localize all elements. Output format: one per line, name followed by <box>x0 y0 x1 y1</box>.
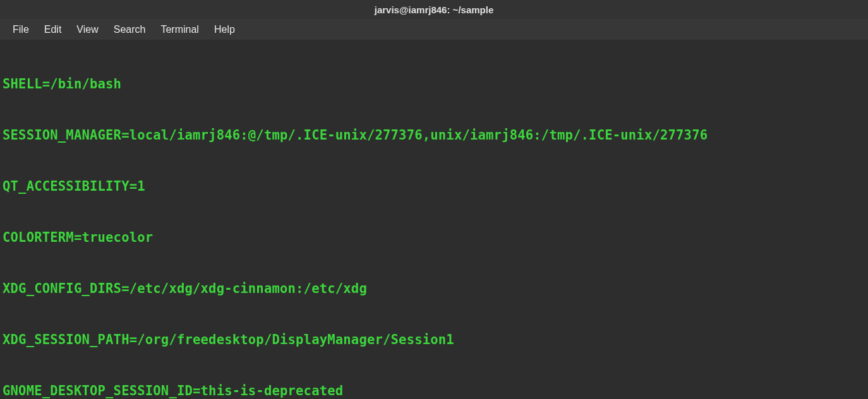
menu-edit[interactable]: Edit <box>37 20 69 39</box>
menu-file[interactable]: File <box>5 20 37 39</box>
window-title: jarvis@iamrj846: ~/sample <box>375 4 494 15</box>
env-line: XDG_SESSION_PATH=/org/freedesktop/Displa… <box>3 331 865 348</box>
env-line: SHELL=/bin/bash <box>3 76 865 93</box>
menu-bar: File Edit View Search Terminal Help <box>0 19 868 40</box>
terminal-output[interactable]: SHELL=/bin/bash SESSION_MANAGER=local/ia… <box>0 40 868 399</box>
menu-view[interactable]: View <box>69 20 105 39</box>
menu-terminal[interactable]: Terminal <box>153 20 206 39</box>
env-line: GNOME_DESKTOP_SESSION_ID=this-is-depreca… <box>3 383 865 399</box>
menu-search[interactable]: Search <box>106 20 154 39</box>
menu-help[interactable]: Help <box>207 20 243 39</box>
env-line: SESSION_MANAGER=local/iamrj846:@/tmp/.IC… <box>3 127 865 144</box>
window-title-bar: jarvis@iamrj846: ~/sample <box>0 0 868 19</box>
env-line: QT_ACCESSIBILITY=1 <box>3 178 865 195</box>
env-line: XDG_CONFIG_DIRS=/etc/xdg/xdg-cinnamon:/e… <box>3 280 865 297</box>
env-line: COLORTERM=truecolor <box>3 229 865 246</box>
